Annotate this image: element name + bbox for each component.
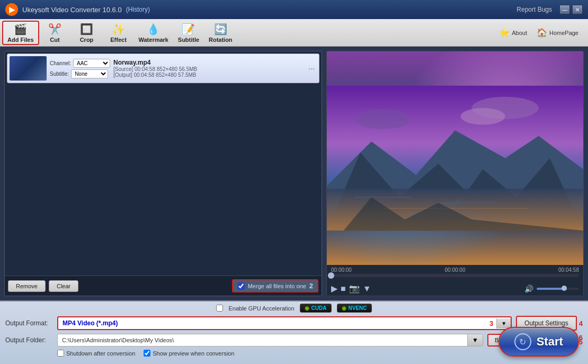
subtitle-label: Subtitle: [178, 37, 199, 43]
remove-button[interactable]: Remove: [8, 280, 46, 292]
timeline-times: 00:00:00 00:00:00 00:04:58: [331, 267, 579, 273]
crop-icon: 🔲: [80, 23, 93, 35]
volume-section: 🔊: [524, 285, 579, 293]
video-background: [327, 51, 583, 265]
main-content: Channel: AAC Subtitle: None Norway.mp4: [0, 47, 588, 300]
rotation-button[interactable]: 🔄 Rotation: [204, 21, 237, 45]
merge-section: Merge all files into one 2: [232, 279, 318, 292]
subtitle-button[interactable]: 📝 Subtitle: [173, 21, 204, 45]
gpu-row: Enable GPU Acceleration ◉ CUDA ◉ NVENC: [5, 304, 583, 313]
file-output-info: [Output] 00:04:58 852×480 57.5MB: [113, 72, 303, 78]
camera-button[interactable]: 📷: [349, 283, 360, 294]
video-controls: ▶ ■ 📷 ▼ 🔊: [327, 281, 583, 296]
minimize-button[interactable]: —: [559, 5, 570, 14]
app-icon: ▶: [5, 3, 18, 16]
merge-number: 2: [309, 282, 313, 290]
cuda-badge: ◉ CUDA: [300, 304, 332, 313]
homepage-label: HomePage: [549, 30, 578, 36]
add-files-button[interactable]: 🎬 Add Files: [2, 21, 39, 45]
folder-dropdown-button[interactable]: ▼: [467, 334, 483, 346]
crop-label: Crop: [80, 37, 94, 43]
effect-button[interactable]: ✨ Effect: [103, 21, 135, 45]
output-settings-number: 4: [579, 319, 583, 327]
folder-path: C:\Users\Administrator\Desktop\My Videos…: [58, 335, 467, 345]
shutdown-label: Shutdown after conversion: [66, 350, 135, 357]
about-label: About: [512, 30, 527, 36]
start-number: 5: [579, 338, 583, 346]
rotation-label: Rotation: [209, 37, 233, 43]
camera-dropdown[interactable]: ▼: [363, 284, 371, 294]
video-timeline: 00:00:00 00:00:00 00:04:58: [327, 265, 583, 281]
nvidia-icon2: ◉: [342, 305, 346, 311]
format-label: Output Format:: [5, 319, 53, 327]
bottom-buttons: Remove Clear: [8, 280, 78, 292]
file-list-bottom: Remove Clear Merge all files into one 2: [5, 276, 322, 296]
cut-button[interactable]: ✂️ Cut: [39, 21, 71, 45]
effect-label: Effect: [110, 37, 127, 43]
file-source-info: [Source] 00:04:58 852×480 56.5MB: [113, 66, 303, 72]
nvenc-label: NVENC: [349, 305, 367, 311]
watermark-icon: 💧: [147, 23, 160, 35]
preview-checkbox[interactable]: [144, 350, 150, 357]
watermark-label: Watermark: [139, 37, 168, 43]
title-controls: Report Bugs — ✕: [516, 5, 583, 14]
bottom-wrapper: Enable GPU Acceleration ◉ CUDA ◉ NVENC O…: [0, 300, 588, 364]
subtitle-icon: 📝: [182, 23, 195, 35]
shutdown-checkbox[interactable]: [57, 350, 64, 357]
report-bugs-link[interactable]: Report Bugs: [516, 6, 552, 13]
toolbar-left: 🎬 Add Files ✂️ Cut 🔲 Crop ✨ Effect 💧 Wat…: [2, 21, 237, 45]
clear-button[interactable]: Clear: [49, 280, 78, 292]
options-row: Shutdown after conversion Show preview w…: [5, 350, 583, 357]
watermark-button[interactable]: 💧 Watermark: [135, 21, 173, 45]
toolbar: 🎬 Add Files ✂️ Cut 🔲 Crop ✨ Effect 💧 Wat…: [0, 19, 588, 47]
time-mid: 00:00:00: [445, 267, 466, 273]
time-start: 00:00:00: [331, 267, 352, 273]
format-row: Output Format: MP4 Video (*.mp4) 3 ▼ Out…: [5, 316, 583, 331]
merge-checkbox[interactable]: [237, 282, 245, 290]
timeline-thumb[interactable]: [328, 272, 334, 279]
format-value: MP4 Video (*.mp4): [58, 317, 486, 329]
shutdown-option: Shutdown after conversion: [57, 350, 135, 357]
title-left: ▶ Ukeysoft Video Converter 10.6.0 (Histo…: [5, 3, 150, 16]
thumbnail-image: [10, 56, 47, 81]
video-preview: [327, 51, 583, 265]
gpu-checkbox[interactable]: [216, 305, 223, 312]
merge-label: Merge all files into one: [248, 283, 306, 289]
file-thumbnail: [10, 56, 47, 81]
start-label: Start: [537, 335, 563, 349]
subtitle-label: Subtitle:: [50, 71, 69, 77]
stop-button[interactable]: ■: [341, 284, 346, 294]
volume-thumb[interactable]: [562, 286, 567, 291]
gpu-label: Enable GPU Acceleration: [228, 305, 294, 312]
cut-icon: ✂️: [48, 23, 61, 35]
preview-label: Show preview when conversion: [153, 350, 234, 357]
about-button[interactable]: ⭐ About: [496, 25, 530, 40]
channel-row: Channel: AAC: [50, 59, 110, 68]
about-icon: ⭐: [499, 28, 510, 38]
add-files-icon: 🎬: [14, 23, 27, 35]
file-name: Norway.mp4: [113, 59, 303, 66]
start-icon: ↻: [514, 333, 531, 350]
playback-buttons: ▶ ■ 📷 ▼: [331, 283, 371, 294]
subtitle-select[interactable]: None: [71, 69, 108, 78]
format-select-wrap: MP4 Video (*.mp4) 3 ▼: [57, 316, 512, 330]
time-end: 00:04:58: [558, 267, 579, 273]
add-files-label: Add Files: [7, 37, 34, 43]
channel-select[interactable]: AAC: [73, 59, 110, 68]
homepage-button[interactable]: 🏠 HomePage: [533, 25, 582, 40]
format-number: 3: [486, 319, 496, 327]
folder-label: Output Folder:: [5, 336, 53, 344]
cuda-label: CUDA: [311, 305, 327, 311]
file-list-panel: Channel: AAC Subtitle: None Norway.mp4: [4, 51, 322, 296]
timeline-bar[interactable]: [331, 274, 579, 277]
volume-icon: 🔊: [524, 285, 533, 293]
play-button[interactable]: ▶: [331, 283, 337, 294]
more-options-button[interactable]: ···: [306, 64, 317, 73]
close-button[interactable]: ✕: [572, 5, 583, 14]
mountain-scene: [327, 51, 583, 265]
app-history: (History): [126, 6, 150, 13]
start-button[interactable]: ↻ Start: [498, 327, 579, 357]
svg-point-2: [461, 108, 505, 125]
crop-button[interactable]: 🔲 Crop: [71, 21, 103, 45]
volume-bar[interactable]: [537, 288, 579, 290]
